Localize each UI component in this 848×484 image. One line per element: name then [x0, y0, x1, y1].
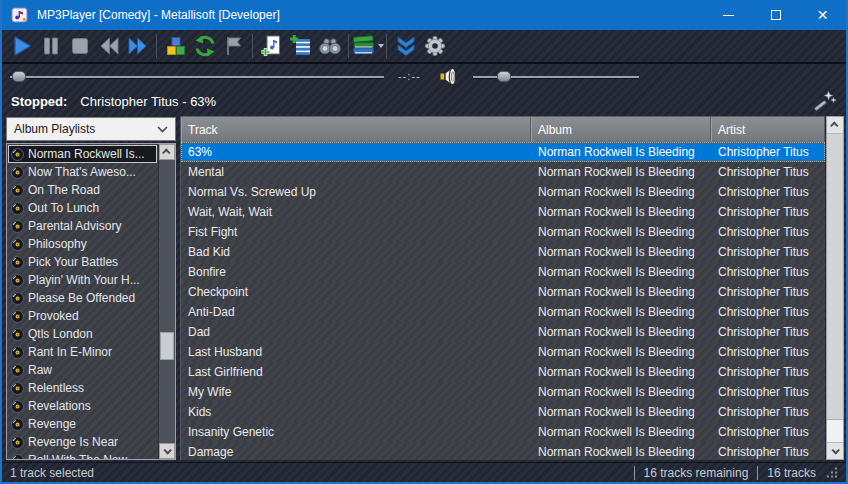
pause-button[interactable]	[36, 32, 65, 60]
column-header-track[interactable]: Track	[181, 117, 531, 142]
column-header-album[interactable]: Album	[531, 117, 711, 142]
blocks-button[interactable]	[161, 32, 190, 60]
seek-slider[interactable]	[10, 70, 384, 83]
track-cell: Fist Fight	[181, 222, 531, 242]
track-row[interactable]: BonfireNorman Rockwell Is BleedingChrist…	[181, 262, 825, 282]
record-icon	[11, 346, 24, 359]
playlist-item[interactable]: Qtls London	[8, 325, 157, 343]
magic-wand-icon[interactable]	[813, 90, 837, 112]
playlist-category-select[interactable]: Album Playlists	[6, 117, 176, 141]
record-icon	[11, 220, 24, 233]
track-row[interactable]: Fist FightNorman Rockwell Is BleedingChr…	[181, 222, 825, 242]
track-row[interactable]: Insanity GeneticNorman Rockwell Is Bleed…	[181, 422, 825, 442]
next-button[interactable]	[123, 32, 152, 60]
playlist-item[interactable]: Please Be Offended	[8, 289, 157, 307]
record-icon	[11, 256, 24, 269]
table-scrollbar[interactable]	[826, 116, 844, 460]
flag-button[interactable]	[219, 32, 248, 60]
playlist-scrollbar-thumb[interactable]	[160, 332, 174, 360]
track-row[interactable]: MentalNorman Rockwell Is BleedingChristo…	[181, 162, 825, 182]
seek-track[interactable]	[10, 76, 384, 78]
track-row[interactable]: Normal Vs. Screwed UpNorman Rockwell Is …	[181, 182, 825, 202]
status-selected-count: 1 track selected	[10, 466, 94, 480]
playlist-label: Rant In E-Minor	[28, 345, 112, 359]
search-button[interactable]	[315, 32, 344, 60]
track-cell: Anti-Dad	[181, 302, 531, 322]
table-scroll-down-button[interactable]	[827, 442, 843, 459]
track-row[interactable]: Anti-DadNorman Rockwell Is BleedingChris…	[181, 302, 825, 322]
chevron-up-icon	[830, 121, 838, 129]
column-header-artist[interactable]: Artist	[711, 117, 825, 142]
title-bar[interactable]: MP3Player [Comedy] - Metallisoft [Develo…	[2, 0, 846, 30]
playlist-item[interactable]: Pick Your Battles	[8, 253, 157, 271]
track-row[interactable]: CheckpointNorman Rockwell Is BleedingChr…	[181, 282, 825, 302]
track-row[interactable]: DadNorman Rockwell Is BleedingChristophe…	[181, 322, 825, 342]
rewind-icon	[97, 34, 121, 58]
close-button[interactable]: ✕	[799, 0, 846, 30]
playlist-label: Philosophy	[28, 237, 87, 251]
playlist-scrollbar[interactable]	[158, 144, 175, 459]
artist-cell: Christopher Titus	[711, 162, 825, 182]
playlist-item[interactable]: Raw	[8, 361, 157, 379]
refresh-button[interactable]	[190, 32, 219, 60]
seek-knob[interactable]	[12, 71, 26, 82]
previous-button[interactable]	[94, 32, 123, 60]
track-cell: Bad Kid	[181, 242, 531, 262]
maximize-button[interactable]	[752, 0, 799, 30]
playlist-item[interactable]: Revenge	[8, 415, 157, 433]
scroll-to-current-button[interactable]	[391, 32, 420, 60]
add-playlist-button[interactable]	[286, 32, 315, 60]
chevron-down-icon	[163, 446, 171, 454]
artist-cell: Christopher Titus	[711, 282, 825, 302]
track-row[interactable]: 63%Norman Rockwell Is BleedingChristophe…	[181, 142, 825, 162]
playlist-item[interactable]: Provoked	[8, 307, 157, 325]
playlist-item[interactable]: Relentless	[8, 379, 157, 397]
record-icon	[11, 382, 24, 395]
volume-knob[interactable]	[497, 71, 511, 82]
track-row[interactable]: Last HusbandNorman Rockwell Is BleedingC…	[181, 342, 825, 362]
track-cell: Checkpoint	[181, 282, 531, 302]
table-scroll-up-button[interactable]	[827, 117, 843, 134]
playlist-item[interactable]: On The Road	[8, 181, 157, 199]
settings-button[interactable]	[420, 32, 449, 60]
playlist-item[interactable]: Roll With The New	[8, 451, 157, 460]
flag-icon	[222, 34, 246, 58]
playlist-scroll-down-button[interactable]	[159, 443, 175, 459]
playlist-label: Pick Your Battles	[28, 255, 118, 269]
library-button[interactable]	[353, 32, 382, 60]
music-app-icon	[11, 7, 29, 23]
playlist-item[interactable]: Revenge Is Near	[8, 433, 157, 451]
playlist-item[interactable]: Parental Advisory	[8, 217, 157, 235]
artist-cell: Christopher Titus	[711, 382, 825, 402]
table-scrollbar-track[interactable]	[827, 134, 843, 442]
stop-button[interactable]	[65, 32, 94, 60]
playlist-item[interactable]: Rant In E-Minor	[8, 343, 157, 361]
artist-cell: Christopher Titus	[711, 242, 825, 262]
track-row[interactable]: DamageNorman Rockwell Is BleedingChristo…	[181, 442, 825, 460]
playlist-scroll-up-button[interactable]	[159, 144, 175, 160]
play-button[interactable]	[7, 32, 36, 60]
track-row[interactable]: Last GirlfriendNorman Rockwell Is Bleedi…	[181, 362, 825, 382]
volume-slider[interactable]	[473, 70, 639, 83]
minimize-button[interactable]	[705, 0, 752, 30]
track-row[interactable]: Wait, Wait, WaitNorman Rockwell Is Bleed…	[181, 202, 825, 222]
record-icon	[11, 436, 24, 449]
album-cell: Norman Rockwell Is Bleeding	[531, 402, 711, 422]
track-row[interactable]: My WifeNorman Rockwell Is BleedingChrist…	[181, 382, 825, 402]
add-track-button[interactable]	[257, 32, 286, 60]
resize-grip-icon[interactable]	[827, 467, 838, 478]
track-row[interactable]: Bad KidNorman Rockwell Is BleedingChrist…	[181, 242, 825, 262]
playlist-item[interactable]: Playin' With Your H...	[8, 271, 157, 289]
add-playlist-icon	[289, 34, 313, 58]
chevron-up-icon	[162, 148, 170, 156]
playlist-item[interactable]: Out To Lunch	[8, 199, 157, 217]
artist-cell: Christopher Titus	[711, 302, 825, 322]
playlist-scrollbar-track[interactable]	[159, 160, 175, 443]
playlist-item[interactable]: Now That's Aweso...	[8, 163, 157, 181]
table-scrollbar-thumb[interactable]	[827, 134, 843, 420]
track-row[interactable]: KidsNorman Rockwell Is BleedingChristoph…	[181, 402, 825, 422]
playlist-item[interactable]: Revelations	[8, 397, 157, 415]
playlist-item[interactable]: Norman Rockwell Is...	[8, 145, 157, 163]
playlist-item[interactable]: Philosophy	[8, 235, 157, 253]
track-cell: Bonfire	[181, 262, 531, 282]
